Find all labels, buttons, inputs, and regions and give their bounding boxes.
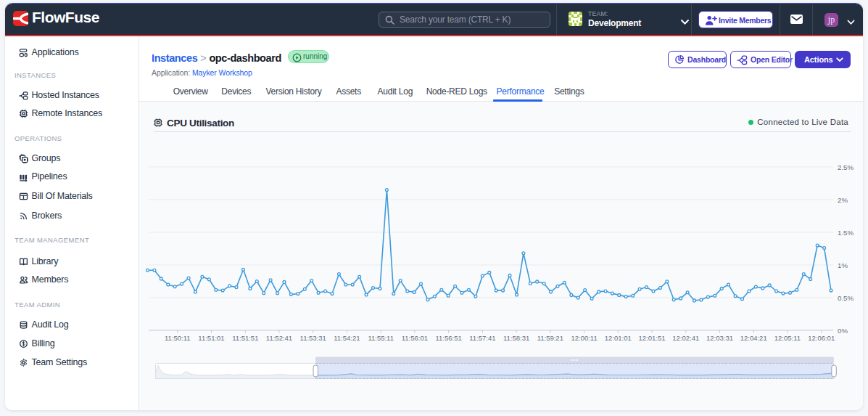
svg-text:12:04:21: 12:04:21 <box>740 334 767 342</box>
svg-text:11:51:01: 11:51:01 <box>198 334 224 342</box>
svg-text:12:06:01: 12:06:01 <box>808 334 835 342</box>
svg-text:11:55:11: 11:55:11 <box>368 334 394 342</box>
svg-text:0%: 0% <box>838 327 848 335</box>
svg-text:0.5%: 0.5% <box>838 294 853 302</box>
svg-text:11:58:31: 11:58:31 <box>503 334 529 342</box>
svg-text:12:03:31: 12:03:31 <box>706 334 733 342</box>
svg-text:11:57:41: 11:57:41 <box>469 334 495 342</box>
svg-text:11:51:51: 11:51:51 <box>232 334 258 342</box>
svg-text:12:02:41: 12:02:41 <box>672 334 699 342</box>
svg-text:11:52:41: 11:52:41 <box>266 334 292 342</box>
svg-text:11:56:51: 11:56:51 <box>435 334 461 342</box>
svg-text:11:59:21: 11:59:21 <box>537 334 563 342</box>
svg-text:12:01:01: 12:01:01 <box>605 334 632 342</box>
svg-text:2.5%: 2.5% <box>838 163 853 171</box>
svg-text:2%: 2% <box>838 196 848 204</box>
svg-text:12:01:51: 12:01:51 <box>639 334 666 342</box>
svg-text:11:53:31: 11:53:31 <box>300 334 326 342</box>
svg-text:11:56:01: 11:56:01 <box>402 334 428 342</box>
svg-text:11:50:11: 11:50:11 <box>165 334 191 342</box>
svg-text:11:54:21: 11:54:21 <box>334 334 360 342</box>
svg-text:12:05:11: 12:05:11 <box>774 334 801 342</box>
svg-text:1%: 1% <box>838 261 848 269</box>
svg-text:1.5%: 1.5% <box>838 229 853 237</box>
svg-text:12:00:11: 12:00:11 <box>571 334 597 342</box>
